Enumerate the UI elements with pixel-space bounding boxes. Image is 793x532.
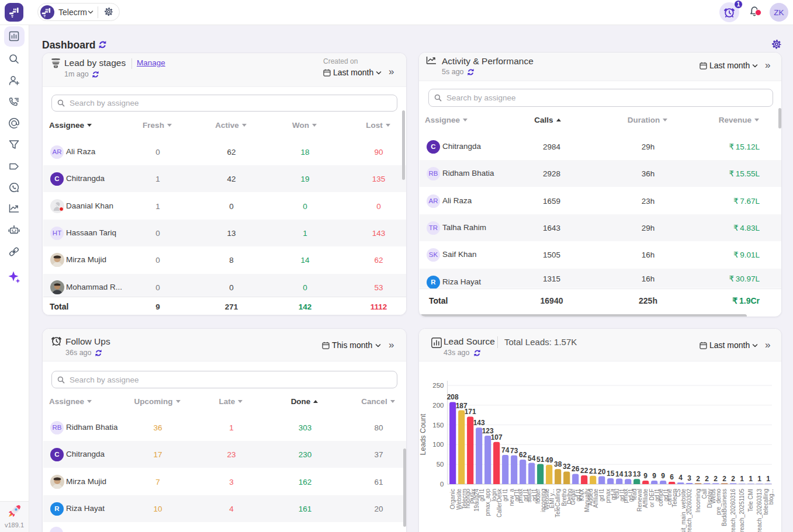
svg-text:Affiliate: Affiliate xyxy=(642,489,649,508)
svg-text:171: 171 xyxy=(465,408,476,416)
svg-text:208: 208 xyxy=(447,393,459,401)
svg-text:utreach_20251105: utreach_20251105 xyxy=(739,489,745,532)
svg-text:9: 9 xyxy=(652,472,656,480)
svg-text:15: 15 xyxy=(607,470,615,478)
svg-text:pmax_app: pmax_app xyxy=(484,489,491,516)
svg-text:51: 51 xyxy=(536,455,545,464)
svg-text:21: 21 xyxy=(589,467,597,475)
svg-text:Incoming: Incoming xyxy=(695,489,701,513)
svg-text:54: 54 xyxy=(528,454,536,463)
svg-text:74: 74 xyxy=(501,446,510,454)
svg-text:blog...: blog... xyxy=(768,489,774,505)
svg-text:utreach_20260302: utreach_20260302 xyxy=(686,489,692,532)
svg-text:150: 150 xyxy=(432,422,444,429)
svg-text:9: 9 xyxy=(643,472,647,480)
svg-text:1: 1 xyxy=(740,475,744,483)
svg-text:Leads Count: Leads Count xyxy=(419,413,427,455)
svg-text:200: 200 xyxy=(432,402,444,409)
svg-text:gd l1: gd l1 xyxy=(598,489,605,502)
svg-text:32: 32 xyxy=(563,463,571,471)
svg-text:13: 13 xyxy=(624,470,632,478)
svg-text:2: 2 xyxy=(714,475,718,483)
svg-text:1: 1 xyxy=(757,475,761,483)
svg-text:100: 100 xyxy=(432,441,444,448)
svg-text:20: 20 xyxy=(598,468,606,476)
svg-text:2: 2 xyxy=(731,475,735,483)
svg-text:3: 3 xyxy=(687,474,691,482)
svg-text:107: 107 xyxy=(491,433,503,441)
svg-text:26: 26 xyxy=(572,465,580,473)
svg-text:utreach_20260316: utreach_20260316 xyxy=(730,489,736,532)
svg-text:TeleCalling: TeleCalling xyxy=(555,489,561,517)
svg-text:Tele CMI: Tele CMI xyxy=(747,489,754,512)
svg-text:22: 22 xyxy=(580,467,588,475)
svg-text:gd l1: gd l1 xyxy=(502,489,508,502)
svg-text:0: 0 xyxy=(440,481,444,488)
svg-text:50: 50 xyxy=(437,461,444,468)
svg-text:BadaBusiness: BadaBusiness xyxy=(721,489,728,526)
svg-text:49: 49 xyxy=(545,456,553,464)
svg-text:6: 6 xyxy=(670,473,674,481)
svg-text:1: 1 xyxy=(766,475,770,483)
svg-text:62: 62 xyxy=(519,451,527,459)
svg-text:utreach_20260313: utreach_20260313 xyxy=(756,489,763,532)
svg-text:9: 9 xyxy=(661,472,665,480)
svg-text:250: 250 xyxy=(432,382,444,389)
svg-text:2: 2 xyxy=(705,475,709,483)
svg-text:1: 1 xyxy=(749,475,753,483)
svg-text:2: 2 xyxy=(722,475,726,483)
svg-text:38: 38 xyxy=(554,460,562,468)
svg-text:4: 4 xyxy=(678,474,683,482)
svg-text:Organic: Organic xyxy=(449,489,456,509)
svg-text:73: 73 xyxy=(510,447,518,455)
svg-text:143: 143 xyxy=(473,419,485,427)
svg-text:14: 14 xyxy=(615,470,624,478)
svg-text:13: 13 xyxy=(633,470,641,478)
svg-text:2: 2 xyxy=(696,475,700,483)
